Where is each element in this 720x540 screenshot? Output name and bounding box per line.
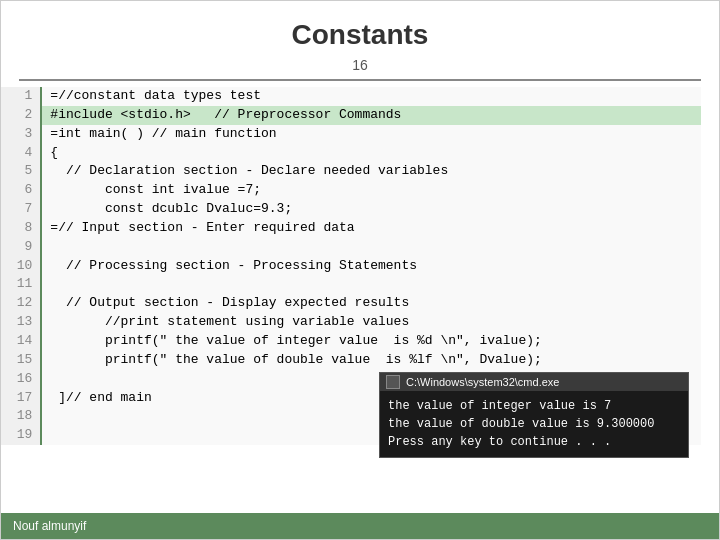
code-area: 1=//constant data types test2#include <s… xyxy=(1,81,719,513)
line-number: 13 xyxy=(1,313,41,332)
line-number: 18 xyxy=(1,407,41,426)
terminal-popup: C:\Windows\system32\cmd.exe the value of… xyxy=(379,372,689,458)
table-row: 2#include <stdio.h> // Preprocessor Comm… xyxy=(1,106,701,125)
terminal-line: the value of double value is 9.300000 xyxy=(388,415,680,433)
code-line-text: const dcublc Dvaluc=9.3; xyxy=(41,200,701,219)
line-number: 1 xyxy=(1,87,41,106)
code-line-text: =//constant data types test xyxy=(41,87,701,106)
code-line-text: printf(" the value of double value is %l… xyxy=(41,351,701,370)
code-line-text: #include <stdio.h> // Preprocessor Comma… xyxy=(41,106,701,125)
terminal-titlebar: C:\Windows\system32\cmd.exe xyxy=(380,373,688,391)
line-number: 15 xyxy=(1,351,41,370)
footer-bar: Nouf almunyif xyxy=(1,513,719,539)
line-number: 6 xyxy=(1,181,41,200)
table-row: 3=int main( ) // main function xyxy=(1,125,701,144)
line-number: 7 xyxy=(1,200,41,219)
code-line-text: const int ivalue =7; xyxy=(41,181,701,200)
code-line-text: // Declaration section - Declare needed … xyxy=(41,162,701,181)
table-row: 9 xyxy=(1,238,701,257)
line-number: 19 xyxy=(1,426,41,445)
table-row: 13 //print statement using variable valu… xyxy=(1,313,701,332)
table-row: 7 const dcublc Dvaluc=9.3; xyxy=(1,200,701,219)
terminal-line: Press any key to continue . . . xyxy=(388,433,680,451)
line-number: 4 xyxy=(1,144,41,163)
table-row: 4{ xyxy=(1,144,701,163)
terminal-line: the value of integer value is 7 xyxy=(388,397,680,415)
line-number: 10 xyxy=(1,257,41,276)
table-row: 14 printf(" the value of integer value i… xyxy=(1,332,701,351)
footer-text: Nouf almunyif xyxy=(13,519,86,533)
terminal-title: C:\Windows\system32\cmd.exe xyxy=(406,376,559,388)
line-number: 17 xyxy=(1,389,41,408)
code-line-text xyxy=(41,275,701,294)
line-number: 3 xyxy=(1,125,41,144)
table-row: 1=//constant data types test xyxy=(1,87,701,106)
line-number: 11 xyxy=(1,275,41,294)
line-number: 9 xyxy=(1,238,41,257)
line-number: 5 xyxy=(1,162,41,181)
table-row: 6 const int ivalue =7; xyxy=(1,181,701,200)
table-row: 11 xyxy=(1,275,701,294)
code-line-text: printf(" the value of integer value is %… xyxy=(41,332,701,351)
table-row: 8=// Input section - Enter required data xyxy=(1,219,701,238)
code-line-text: =// Input section - Enter required data xyxy=(41,219,701,238)
line-number: 16 xyxy=(1,370,41,389)
table-row: 10 // Processing section - Processing St… xyxy=(1,257,701,276)
code-line-text: =int main( ) // main function xyxy=(41,125,701,144)
slide-title: Constants xyxy=(1,1,719,57)
slide-container: Constants 16 1=//constant data types tes… xyxy=(0,0,720,540)
code-line-text xyxy=(41,238,701,257)
code-line-text: { xyxy=(41,144,701,163)
line-number: 8 xyxy=(1,219,41,238)
table-row: 15 printf(" the value of double value is… xyxy=(1,351,701,370)
code-line-text: //print statement using variable values xyxy=(41,313,701,332)
table-row: 12 // Output section - Display expected … xyxy=(1,294,701,313)
code-line-text: // Output section - Display expected res… xyxy=(41,294,701,313)
slide-number: 16 xyxy=(1,57,719,73)
code-line-text: // Processing section - Processing State… xyxy=(41,257,701,276)
table-row: 5 // Declaration section - Declare neede… xyxy=(1,162,701,181)
terminal-icon xyxy=(386,375,400,389)
line-number: 2 xyxy=(1,106,41,125)
terminal-body: the value of integer value is 7 the valu… xyxy=(380,391,688,457)
line-number: 14 xyxy=(1,332,41,351)
line-number: 12 xyxy=(1,294,41,313)
